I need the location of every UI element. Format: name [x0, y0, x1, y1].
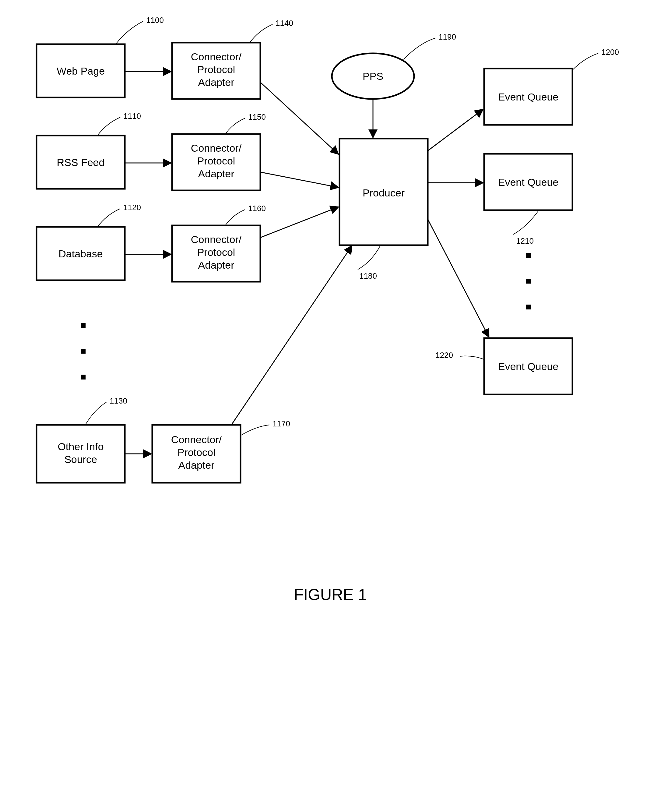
figure-label: FIGURE 1 [294, 586, 367, 603]
ref-1170: 1170 [273, 419, 290, 428]
svg-rect-30 [526, 305, 531, 309]
eq1-label: Event Queue [498, 91, 559, 102]
ref-1120: 1120 [123, 203, 141, 212]
ref-1180: 1180 [359, 272, 377, 281]
svg-text:Protocol: Protocol [177, 446, 216, 458]
ref-1190: 1190 [438, 32, 456, 42]
ref-1110: 1110 [123, 112, 141, 121]
svg-text:Connector/: Connector/ [191, 51, 242, 62]
svg-text:Connector/: Connector/ [171, 434, 222, 445]
web-page-label: Web Page [57, 65, 105, 77]
other-info-label-2: Source [64, 454, 97, 465]
eq3-label: Event Queue [498, 361, 559, 372]
svg-rect-29 [526, 279, 531, 284]
ellipsis-left-sources [81, 323, 86, 379]
svg-text:Protocol: Protocol [197, 155, 235, 166]
other-info-label-1: Other Info [57, 441, 104, 452]
rss-feed-label: RSS Feed [57, 157, 105, 168]
arrow-conn2-to-producer [260, 172, 338, 187]
ref-1150: 1150 [248, 112, 266, 121]
svg-text:Protocol: Protocol [197, 64, 235, 75]
ref-1210: 1210 [516, 237, 534, 246]
lead-1160 [225, 209, 245, 225]
svg-rect-28 [526, 253, 531, 258]
svg-rect-6 [81, 375, 86, 379]
node-event-queue-3: Event Queue [484, 338, 572, 395]
lead-1210 [513, 210, 539, 235]
lead-1110 [97, 117, 120, 136]
arrow-producer-to-eq1 [428, 110, 482, 151]
svg-text:Connector/: Connector/ [191, 142, 242, 154]
lead-1220 [460, 356, 484, 360]
svg-text:Adapter: Adapter [198, 77, 234, 88]
lead-1170 [241, 425, 270, 436]
ellipsis-right-queues [526, 253, 531, 309]
ref-1130: 1130 [110, 396, 127, 405]
ref-1140: 1140 [276, 19, 293, 28]
svg-text:Protocol: Protocol [197, 246, 235, 258]
svg-text:Adapter: Adapter [178, 459, 214, 471]
svg-text:Adapter: Adapter [198, 168, 234, 179]
lead-1180 [358, 245, 381, 270]
svg-rect-5 [81, 349, 86, 353]
ref-1100: 1100 [146, 16, 164, 25]
lead-1190 [404, 38, 435, 59]
node-event-queue-1: Event Queue [484, 69, 572, 125]
node-web-page: Web Page [37, 44, 125, 98]
producer-label: Producer [362, 187, 405, 198]
lead-1100 [116, 21, 143, 44]
node-connector-3: Connector/ Protocol Adapter [172, 225, 260, 282]
node-connector-2: Connector/ Protocol Adapter [172, 134, 260, 190]
svg-rect-4 [81, 323, 86, 328]
arrow-producer-to-eq3 [428, 219, 489, 337]
lead-1150 [225, 118, 245, 134]
node-pps: PPS [332, 53, 414, 99]
lead-1200 [572, 53, 598, 70]
ref-1200: 1200 [601, 48, 619, 57]
lead-1120 [97, 209, 120, 227]
arrow-conn1-to-producer [260, 82, 338, 154]
database-label: Database [59, 248, 103, 259]
node-database: Database [37, 227, 125, 280]
node-producer: Producer [340, 139, 428, 245]
node-event-queue-2: Event Queue [484, 154, 572, 210]
node-other-info-source: Other Info Source [37, 425, 125, 483]
svg-text:Adapter: Adapter [198, 259, 234, 271]
node-rss-feed: RSS Feed [37, 136, 125, 189]
node-connector-4: Connector/ Protocol Adapter [152, 425, 241, 483]
node-connector-1: Connector/ Protocol Adapter [172, 43, 260, 99]
eq2-label: Event Queue [498, 176, 559, 188]
ref-1220: 1220 [435, 350, 453, 360]
arrow-conn3-to-producer [260, 207, 338, 238]
svg-text:Connector/: Connector/ [191, 233, 242, 245]
lead-1140 [250, 24, 273, 43]
ref-1160: 1160 [248, 204, 266, 213]
pps-label: PPS [362, 70, 383, 82]
lead-1130 [85, 402, 107, 425]
